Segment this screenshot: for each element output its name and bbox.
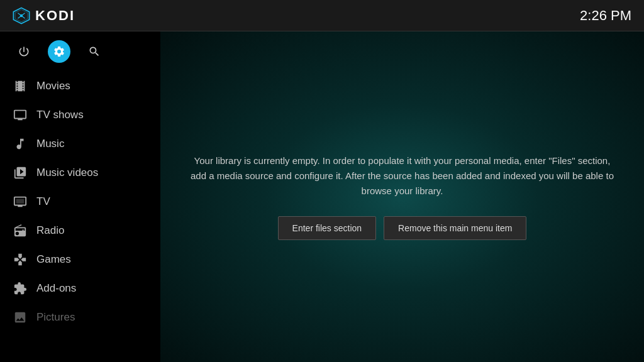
settings-button[interactable] — [48, 40, 70, 63]
sidebar-item-music[interactable]: Music — [0, 129, 160, 158]
svg-line-3 — [18, 13, 21, 15]
games-icon — [13, 252, 28, 267]
sidebar-label-radio: Radio — [36, 224, 64, 237]
sidebar-label-movies: Movies — [36, 80, 70, 92]
music-videos-icon — [13, 165, 28, 180]
tv-shows-icon — [13, 107, 28, 123]
sidebar-item-radio[interactable]: Radio — [0, 216, 160, 245]
svg-rect-7 — [16, 199, 25, 203]
action-buttons: Enter files section Remove this main men… — [189, 216, 616, 240]
pictures-icon — [13, 310, 28, 325]
enter-files-button[interactable]: Enter files section — [278, 216, 377, 240]
sidebar-label-add-ons: Add-ons — [36, 282, 76, 295]
svg-line-4 — [21, 13, 25, 15]
empty-library-box: Your library is currently empty. In orde… — [189, 153, 616, 240]
sidebar-item-add-ons[interactable]: Add-ons — [0, 274, 160, 303]
clock: 2:26 PM — [580, 8, 631, 24]
add-ons-icon — [13, 281, 28, 296]
sidebar-item-games[interactable]: Games — [0, 245, 160, 274]
sidebar-label-pictures: Pictures — [36, 311, 75, 324]
sidebar-item-pictures[interactable]: Pictures — [0, 303, 160, 332]
main-layout: Movies TV shows Music Music videos — [0, 31, 644, 362]
sidebar-label-games: Games — [36, 253, 71, 266]
sidebar-item-tv[interactable]: TV — [0, 187, 160, 216]
sidebar-label-music-videos: Music videos — [36, 167, 98, 179]
svg-line-6 — [21, 16, 25, 18]
topbar: KODI 2:26 PM — [0, 0, 644, 31]
sidebar-label-tv: TV — [36, 195, 50, 208]
search-icon — [88, 45, 101, 58]
settings-icon — [53, 45, 65, 58]
icon-bar — [0, 31, 160, 72]
svg-line-5 — [18, 16, 21, 18]
sidebar-item-movies[interactable]: Movies — [0, 72, 160, 101]
radio-icon — [13, 223, 28, 238]
kodi-logo-icon — [13, 7, 30, 25]
empty-library-message: Your library is currently empty. In orde… — [189, 153, 616, 199]
power-button[interactable] — [13, 40, 35, 63]
app-title: KODI — [35, 8, 75, 24]
topbar-brand: KODI — [13, 7, 75, 25]
sidebar-item-music-videos[interactable]: Music videos — [0, 158, 160, 187]
sidebar-label-tv-shows: TV shows — [36, 109, 84, 121]
sidebar: Movies TV shows Music Music videos — [0, 31, 160, 362]
power-icon — [18, 45, 30, 58]
sidebar-label-music: Music — [36, 138, 64, 150]
remove-menu-item-button[interactable]: Remove this main menu item — [384, 216, 526, 240]
content-area: Your library is currently empty. In orde… — [160, 31, 644, 362]
movies-icon — [13, 79, 28, 94]
search-button[interactable] — [83, 40, 106, 63]
tv-icon — [13, 194, 28, 209]
music-icon — [13, 136, 28, 151]
sidebar-item-tv-shows[interactable]: TV shows — [0, 101, 160, 129]
